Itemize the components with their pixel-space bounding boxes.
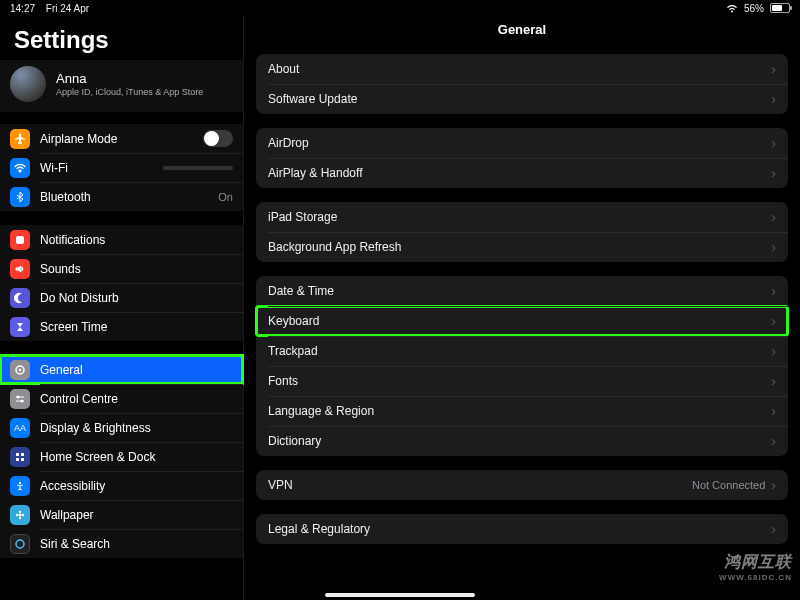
svg-point-11 <box>19 513 22 516</box>
svg-point-14 <box>19 516 21 518</box>
chevron-right-icon: › <box>771 165 776 181</box>
sidebar-item-sounds[interactable]: Sounds <box>0 254 243 283</box>
detail-row-dictionary[interactable]: Dictionary› <box>256 426 788 456</box>
chevron-right-icon: › <box>771 343 776 359</box>
toggles-icon <box>10 389 30 409</box>
chevron-right-icon: › <box>771 209 776 225</box>
sounds-icon <box>10 259 30 279</box>
sidebar-item-general[interactable]: General <box>0 355 243 384</box>
chevron-right-icon: › <box>771 433 776 449</box>
chevron-right-icon: › <box>771 135 776 151</box>
sidebar-item-label: Sounds <box>40 262 233 276</box>
settings-title: Settings <box>0 16 243 60</box>
svg-rect-7 <box>21 453 24 456</box>
moon-icon <box>10 288 30 308</box>
sidebar-item-wifi[interactable]: Wi-Fi <box>0 153 243 182</box>
chevron-right-icon: › <box>771 283 776 299</box>
detail-title: General <box>244 16 800 42</box>
sidebar-item-accessibility[interactable]: Accessibility <box>0 471 243 500</box>
vpn-value: Not Connected <box>692 479 765 491</box>
account-row[interactable]: Anna Apple ID, iCloud, iTunes & App Stor… <box>0 60 243 112</box>
siri-icon <box>10 534 30 554</box>
sidebar-item-label: Wallpaper <box>40 508 233 522</box>
sidebar-item-bluetooth[interactable]: Bluetooth On <box>0 182 243 211</box>
bluetooth-icon <box>10 187 30 207</box>
svg-rect-6 <box>16 453 19 456</box>
chevron-right-icon: › <box>771 373 776 389</box>
chevron-right-icon: › <box>771 91 776 107</box>
svg-rect-8 <box>16 458 19 461</box>
detail-row-fonts[interactable]: Fonts› <box>256 366 788 396</box>
detail-group-airdrop: AirDrop› AirPlay & Handoff› <box>256 128 788 188</box>
detail-row-vpn[interactable]: VPN Not Connected › <box>256 470 788 500</box>
sidebar-item-screen-time[interactable]: Screen Time <box>0 312 243 341</box>
account-subtitle: Apple ID, iCloud, iTunes & App Store <box>56 87 203 97</box>
detail-row-language-region[interactable]: Language & Region› <box>256 396 788 426</box>
detail-row-background-app-refresh[interactable]: Background App Refresh› <box>256 232 788 262</box>
sidebar-item-notifications[interactable]: Notifications <box>0 225 243 254</box>
detail-row-keyboard[interactable]: Keyboard› <box>256 306 788 336</box>
chevron-right-icon: › <box>771 239 776 255</box>
sidebar-item-label: Home Screen & Dock <box>40 450 233 464</box>
sidebar-item-home-screen[interactable]: Home Screen & Dock <box>0 442 243 471</box>
sidebar-item-control-centre[interactable]: Control Centre <box>0 384 243 413</box>
wifi-icon <box>726 4 738 13</box>
notifications-icon <box>10 230 30 250</box>
status-bar: 14:27 Fri 24 Apr 56% <box>0 0 800 16</box>
battery-icon <box>770 3 790 13</box>
account-name: Anna <box>56 71 203 86</box>
detail-row-date-time[interactable]: Date & Time› <box>256 276 788 306</box>
svg-rect-9 <box>21 458 24 461</box>
avatar <box>10 66 46 102</box>
detail-row-airdrop[interactable]: AirDrop› <box>256 128 788 158</box>
chevron-right-icon: › <box>771 313 776 329</box>
gear-icon <box>10 360 30 380</box>
detail-row-airplay-handoff[interactable]: AirPlay & Handoff› <box>256 158 788 188</box>
sidebar-item-label: Control Centre <box>40 392 233 406</box>
chevron-right-icon: › <box>771 521 776 537</box>
detail-row-about[interactable]: About› <box>256 54 788 84</box>
detail-row-software-update[interactable]: Software Update› <box>256 84 788 114</box>
detail-row-ipad-storage[interactable]: iPad Storage› <box>256 202 788 232</box>
svg-point-2 <box>19 368 22 371</box>
sidebar-item-label: General <box>40 363 233 377</box>
airplane-toggle[interactable] <box>203 130 233 147</box>
sidebar-item-label: Bluetooth <box>40 190 218 204</box>
detail-group-input: Date & Time› Keyboard› Trackpad› Fonts› … <box>256 276 788 456</box>
svg-point-16 <box>16 540 24 548</box>
sidebar-item-label: Do Not Disturb <box>40 291 233 305</box>
sidebar-item-label: Siri & Search <box>40 537 233 551</box>
sidebar-item-label: Wi-Fi <box>40 161 159 175</box>
svg-text:AA: AA <box>14 423 26 433</box>
detail-group-storage: iPad Storage› Background App Refresh› <box>256 202 788 262</box>
detail-row-trackpad[interactable]: Trackpad› <box>256 336 788 366</box>
detail-group-about: About› Software Update› <box>256 54 788 114</box>
sidebar-item-label: Airplane Mode <box>40 132 203 146</box>
sidebar-item-display-brightness[interactable]: AA Display & Brightness <box>0 413 243 442</box>
bluetooth-value: On <box>218 191 233 203</box>
sidebar-item-wallpaper[interactable]: Wallpaper <box>0 500 243 529</box>
sidebar-item-label: Notifications <box>40 233 233 247</box>
sidebar-item-do-not-disturb[interactable]: Do Not Disturb <box>0 283 243 312</box>
status-time: 14:27 <box>10 3 35 14</box>
airplane-icon <box>10 129 30 149</box>
status-battery-pct: 56% <box>744 3 764 14</box>
detail-row-legal[interactable]: Legal & Regulatory› <box>256 514 788 544</box>
detail-pane: General About› Software Update› AirDrop› <box>243 16 800 600</box>
svg-rect-0 <box>16 236 24 244</box>
sidebar-item-label: Display & Brightness <box>40 421 233 435</box>
settings-sidebar: Settings Anna Apple ID, iCloud, iTunes &… <box>0 16 243 600</box>
wifi-value-redacted <box>163 166 233 170</box>
brightness-icon: AA <box>10 418 30 438</box>
status-date: Fri 24 Apr <box>46 3 89 14</box>
home-indicator[interactable] <box>325 593 475 597</box>
chevron-right-icon: › <box>771 61 776 77</box>
detail-group-vpn: VPN Not Connected › <box>256 470 788 500</box>
hourglass-icon <box>10 317 30 337</box>
chevron-right-icon: › <box>771 403 776 419</box>
sidebar-item-airplane-mode[interactable]: Airplane Mode <box>0 124 243 153</box>
sidebar-item-label: Screen Time <box>40 320 233 334</box>
sidebar-item-siri-search[interactable]: Siri & Search <box>0 529 243 558</box>
svg-point-15 <box>16 513 18 515</box>
svg-point-13 <box>22 513 24 515</box>
